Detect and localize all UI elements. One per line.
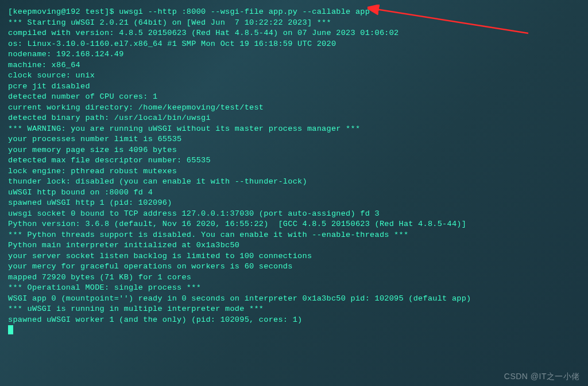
output-line: spawned uWSGI http 1 (pid: 102096) — [8, 198, 580, 209]
output-line: pcre jit disabled — [8, 81, 580, 92]
output-line: your processes number limit is 65535 — [8, 134, 580, 145]
output-line: spawned uWSGI worker 1 (and the only) (p… — [8, 315, 580, 326]
output-line: your mercy for graceful operations on wo… — [8, 262, 580, 272]
output-line: clock source: unix — [8, 71, 580, 81]
output-line: os: Linux-3.10.0-1160.el7.x86_64 #1 SMP … — [8, 39, 580, 50]
terminal-output[interactable]: [keepmoving@192 test]$ uwsgi --http :800… — [8, 7, 580, 336]
output-line: Python version: 3.6.8 (default, Nov 16 2… — [8, 219, 580, 230]
output-line: current working directory: /home/keepmov… — [8, 103, 580, 114]
output-line: *** uWSGI is running in multiple interpr… — [8, 304, 580, 315]
output-line: detected binary path: /usr/local/bin/uws… — [8, 113, 580, 124]
output-line: Python main interpreter initialized at 0… — [8, 240, 580, 251]
output-line: uWSGI http bound on :8000 fd 4 — [8, 188, 580, 198]
output-line: *** WARNING: you are running uWSGI witho… — [8, 124, 580, 135]
output-line: lock engine: pthread robust mutexes — [8, 166, 580, 177]
output-line: WSGI app 0 (mountpoint='') ready in 0 se… — [8, 294, 580, 305]
output-line: compiled with version: 4.8.5 20150623 (R… — [8, 28, 580, 39]
output-line: *** Starting uWSGI 2.0.21 (64bit) on [We… — [8, 18, 580, 29]
output-line: thunder lock: disabled (you can enable i… — [8, 177, 580, 188]
prompt-command: uwsgi --http :8000 --wsgi-file app.py --… — [119, 7, 370, 16]
watermark: CSDN @IT之一小佬 — [504, 371, 580, 382]
output-line: your memory page size is 4096 bytes — [8, 145, 580, 156]
cursor-line — [8, 325, 580, 336]
output-line: your server socket listen backlog is lim… — [8, 251, 580, 262]
output-line: mapped 72920 bytes (71 KB) for 1 cores — [8, 272, 580, 283]
cursor-icon — [8, 325, 13, 334]
output-line: machine: x86_64 — [8, 60, 580, 71]
prompt-line: [keepmoving@192 test]$ uwsgi --http :800… — [8, 7, 580, 18]
output-line: detected max file descriptor number: 655… — [8, 155, 580, 166]
output-line: detected number of CPU cores: 1 — [8, 92, 580, 103]
output-line: uwsgi socket 0 bound to TCP address 127.… — [8, 209, 580, 220]
prompt-prefix: [keepmoving@192 test]$ — [8, 7, 119, 16]
output-line: *** Operational MODE: single process *** — [8, 283, 580, 294]
output-line: *** Python threads support is disabled. … — [8, 230, 580, 241]
output-line: nodename: 192.168.124.49 — [8, 49, 580, 60]
